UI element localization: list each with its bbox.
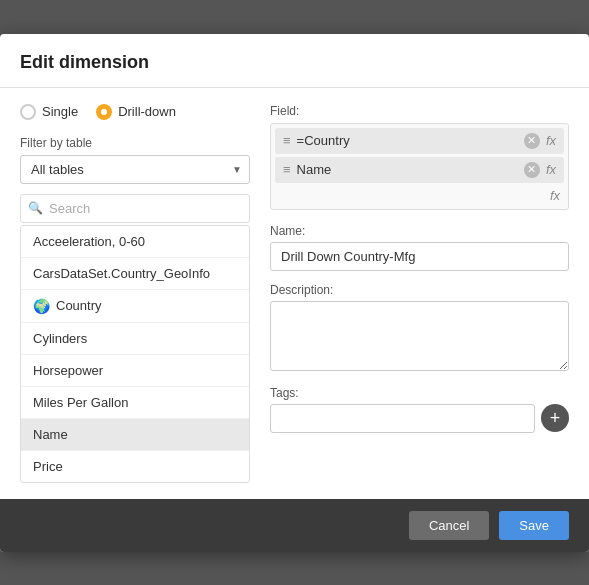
dialog-title: Edit dimension bbox=[20, 52, 149, 72]
tags-input[interactable] bbox=[270, 404, 535, 433]
list-item-name[interactable]: Name bbox=[21, 419, 249, 451]
description-label: Description: bbox=[270, 283, 569, 297]
dialog-header: Edit dimension bbox=[0, 34, 589, 88]
list-item[interactable]: Price bbox=[21, 451, 249, 482]
filter-select[interactable]: All tables bbox=[20, 155, 250, 184]
filter-select-wrapper: All tables ▼ bbox=[20, 155, 250, 184]
field-fx-add-button[interactable]: fx bbox=[550, 188, 560, 203]
field-remove-button[interactable]: ✕ bbox=[524, 133, 540, 149]
description-input[interactable] bbox=[270, 301, 569, 371]
field-row-name: ≡ Name ✕ fx bbox=[275, 157, 564, 183]
list-item-label: Country bbox=[56, 298, 102, 313]
left-panel: Single Drill-down Filter by table All ta… bbox=[20, 104, 250, 483]
name-row: Name: bbox=[270, 224, 569, 271]
field-eq-icon: ≡ bbox=[283, 133, 291, 148]
search-box: 🔍 bbox=[20, 194, 250, 223]
list-item-label: Acceeleration, 0-60 bbox=[33, 234, 145, 249]
right-panel: Field: ≡ =Country ✕ fx ≡ Name ✕ fx fx bbox=[270, 104, 569, 483]
search-input[interactable] bbox=[20, 194, 250, 223]
list-item[interactable]: Miles Per Gallon bbox=[21, 387, 249, 419]
description-row: Description: bbox=[270, 283, 569, 374]
list-item-label: CarsDataSet.Country_GeoInfo bbox=[33, 266, 210, 281]
list-item[interactable]: Acceeleration, 0-60 bbox=[21, 226, 249, 258]
radio-single-label: Single bbox=[42, 104, 78, 119]
list-item-label: Cylinders bbox=[33, 331, 87, 346]
filter-label: Filter by table bbox=[20, 136, 250, 150]
radio-drilldown-label: Drill-down bbox=[118, 104, 176, 119]
add-tag-button[interactable]: + bbox=[541, 404, 569, 432]
table-list: Acceeleration, 0-60 CarsDataSet.Country_… bbox=[20, 225, 250, 483]
search-icon: 🔍 bbox=[28, 201, 43, 215]
field-name: Name bbox=[297, 162, 524, 177]
radio-drilldown-circle bbox=[96, 104, 112, 120]
field-section-label: Field: bbox=[270, 104, 569, 118]
list-item-country[interactable]: 🌍 Country bbox=[21, 290, 249, 323]
dialog-footer: Cancel Save bbox=[0, 499, 589, 552]
list-item-label: Horsepower bbox=[33, 363, 103, 378]
fields-list: ≡ =Country ✕ fx ≡ Name ✕ fx fx bbox=[270, 123, 569, 210]
tags-row: Tags: + bbox=[270, 386, 569, 433]
field-fx-button[interactable]: fx bbox=[546, 162, 556, 177]
field-name: =Country bbox=[297, 133, 524, 148]
radio-single-circle bbox=[20, 104, 36, 120]
list-item[interactable]: Horsepower bbox=[21, 355, 249, 387]
field-remove-button[interactable]: ✕ bbox=[524, 162, 540, 178]
radio-single[interactable]: Single bbox=[20, 104, 78, 120]
save-button[interactable]: Save bbox=[499, 511, 569, 540]
list-item-label: Price bbox=[33, 459, 63, 474]
globe-icon: 🌍 bbox=[33, 298, 50, 314]
field-fx-button[interactable]: fx bbox=[546, 133, 556, 148]
radio-drilldown[interactable]: Drill-down bbox=[96, 104, 176, 120]
edit-dimension-dialog: Edit dimension Single Drill-down Filter … bbox=[0, 34, 589, 552]
fx-only-row: fx bbox=[275, 186, 564, 205]
list-item[interactable]: CarsDataSet.Country_GeoInfo bbox=[21, 258, 249, 290]
tags-input-row: + bbox=[270, 404, 569, 433]
dialog-body: Single Drill-down Filter by table All ta… bbox=[0, 88, 589, 499]
list-item-label: Miles Per Gallon bbox=[33, 395, 128, 410]
field-row-country: ≡ =Country ✕ fx bbox=[275, 128, 564, 154]
tags-label: Tags: bbox=[270, 386, 569, 400]
name-input[interactable] bbox=[270, 242, 569, 271]
cancel-button[interactable]: Cancel bbox=[409, 511, 489, 540]
field-eq-icon: ≡ bbox=[283, 162, 291, 177]
radio-group: Single Drill-down bbox=[20, 104, 250, 120]
list-item[interactable]: Cylinders bbox=[21, 323, 249, 355]
list-item-label: Name bbox=[33, 427, 68, 442]
name-label: Name: bbox=[270, 224, 569, 238]
